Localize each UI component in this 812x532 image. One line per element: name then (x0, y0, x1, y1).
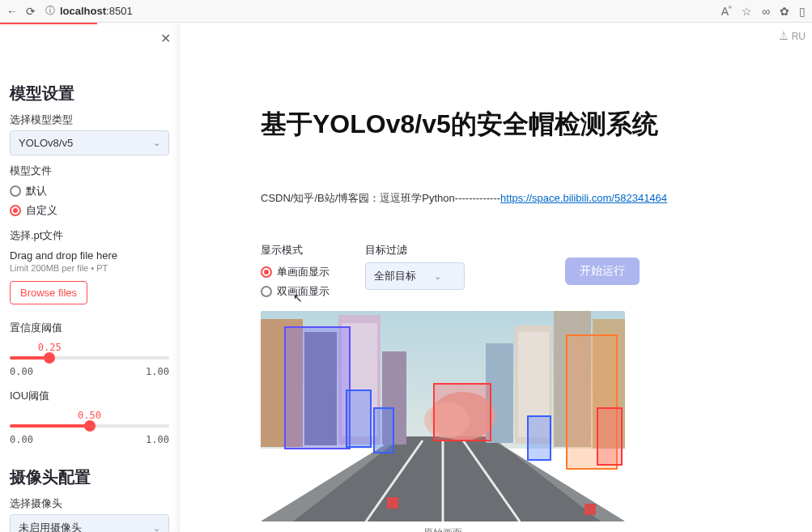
refresh-icon[interactable]: ⟳ (26, 5, 36, 18)
info-icon: ⓘ (45, 4, 55, 18)
svg-rect-26 (387, 497, 398, 509)
dropzone-text: Drag and drop file here (10, 249, 169, 262)
radio-group-model-file: 默认 自定义 (10, 181, 169, 220)
label-target-filter: 目标过滤 (365, 243, 465, 257)
back-icon[interactable]: ← (6, 5, 18, 18)
radio-single-display[interactable]: 单画面显示 (261, 262, 329, 282)
sidebar-close-icon[interactable]: ✕ (160, 31, 171, 46)
byline: CSDN/知乎/B站/博客园：逗逗班学Python-------------ht… (261, 191, 780, 206)
url-bar[interactable]: ⓘ localhost:8501 (45, 4, 256, 18)
select-camera[interactable]: 未启用摄像头 ⌄ (10, 514, 169, 532)
chevron-down-icon: ⌄ (153, 523, 160, 533)
svg-rect-21 (374, 408, 393, 453)
browser-toolbar: ← ⟳ ⓘ localhost:8501 Aᴺ ☆ ∞ ✿ ▯ (0, 0, 812, 23)
bilibili-link[interactable]: https://space.bilibili.com/582341464 (500, 192, 667, 204)
confidence-slider[interactable]: 0.25 0.00 1.00 (10, 342, 169, 377)
slider-thumb[interactable] (84, 420, 96, 432)
run-button[interactable]: 开始运行 (565, 257, 640, 285)
slider-thumb[interactable] (44, 352, 55, 364)
label-camera: 选择摄像头 (10, 496, 169, 511)
select-model-type[interactable]: YOLOv8/v5 ⌄ (10, 130, 169, 155)
chevron-down-icon: ⌄ (153, 138, 160, 148)
infinity-icon[interactable]: ∞ (762, 5, 770, 18)
url-text: localhost:8501 (60, 5, 133, 17)
svg-rect-19 (285, 327, 350, 449)
radio-icon (261, 286, 272, 297)
iou-slider[interactable]: 0.50 0.00 1.00 (10, 410, 169, 445)
svg-rect-27 (585, 504, 596, 515)
radio-icon-checked (10, 205, 21, 216)
file-dropzone[interactable]: Drag and drop file here Limit 200MB per … (10, 249, 169, 304)
mouse-cursor-icon: ↖ (293, 292, 303, 304)
text-size-icon[interactable]: Aᴺ (721, 5, 732, 18)
running-icon: ⏃ (779, 31, 789, 42)
svg-rect-22 (434, 384, 491, 440)
main-content: ⏃ RU 基于YOLOv8/v5的安全帽检测系统 CSDN/知乎/B站/博客园：… (180, 24, 812, 532)
radio-icon-checked (261, 266, 272, 278)
radio-icon (10, 185, 21, 197)
label-iou: IOU阈值 (10, 389, 169, 403)
select-model-type-value: YOLOv8/v5 (19, 137, 73, 149)
page-title: 基于YOLOv8/v5的安全帽检测系统 (261, 107, 780, 143)
sidebar-heading-camera: 摄像头配置 (10, 466, 169, 488)
svg-rect-20 (346, 390, 371, 447)
label-confidence: 置信度阈值 (10, 321, 169, 335)
result-image (261, 311, 625, 521)
chevron-down-icon: ⌄ (434, 271, 441, 282)
label-display-mode: 显示模式 (261, 243, 329, 257)
svg-rect-23 (528, 416, 551, 460)
favorite-icon[interactable]: ☆ (742, 5, 752, 18)
select-camera-value: 未启用摄像头 (19, 521, 82, 532)
split-icon[interactable]: ▯ (799, 5, 806, 18)
radio-custom[interactable]: 自定义 (10, 201, 169, 220)
radio-default[interactable]: 默认 (10, 181, 169, 201)
image-caption: 原始画面 (261, 526, 625, 532)
extension-icon[interactable]: ✿ (780, 5, 789, 18)
label-pt-file: 选择.pt文件 (10, 228, 169, 243)
label-model-type: 选择模型类型 (10, 113, 169, 127)
select-target-filter[interactable]: 全部目标 ⌄ (365, 262, 465, 290)
svg-rect-25 (597, 408, 622, 465)
dropzone-subtext: Limit 200MB per file • PT (10, 263, 169, 273)
browse-files-button[interactable]: Browse files (10, 281, 87, 304)
sidebar: ✕ 模型设置 选择模型类型 YOLOv8/v5 ⌄ 模型文件 默认 自定义 选择… (0, 24, 180, 532)
sidebar-heading-model: 模型设置 (10, 83, 169, 104)
deploy-menu[interactable]: ⏃ RU (779, 31, 806, 42)
label-model-file: 模型文件 (10, 164, 169, 178)
